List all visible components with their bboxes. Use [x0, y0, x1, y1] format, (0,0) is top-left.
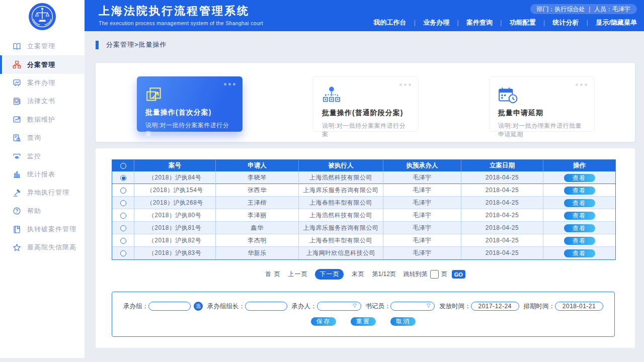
- more-dots-icon: [576, 83, 587, 86]
- row-radio[interactable]: [120, 175, 126, 181]
- save-button[interactable]: 保存: [311, 317, 336, 326]
- schedule-date-picker[interactable]: 2018-01-21: [555, 302, 603, 311]
- view-button[interactable]: 查看: [564, 212, 595, 220]
- nav-function-config[interactable]: 功能配置: [510, 18, 536, 27]
- sidebar-item-statistics-reports[interactable]: 统计报表: [0, 165, 85, 184]
- bar-chart-icon: [13, 170, 22, 179]
- cell-applicant: 李泽丽: [216, 209, 299, 222]
- cell-filing-date: 2018-04-25: [461, 171, 543, 184]
- view-button[interactable]: 查看: [564, 187, 595, 195]
- view-button[interactable]: 查看: [564, 237, 595, 245]
- cell-filing-date: 2018-04-25: [461, 247, 543, 259]
- nav-my-workbench[interactable]: 我的工作台: [374, 18, 407, 27]
- sidebar-item-supreme-court-dishonest[interactable]: 最高院失信限高: [0, 238, 85, 256]
- cancel-button[interactable]: 取消: [390, 317, 416, 326]
- row-radio[interactable]: [120, 200, 126, 206]
- cell-case-no: （2018）沪执82号: [134, 234, 216, 247]
- sidebar-item-monitoring[interactable]: 监控: [0, 147, 85, 165]
- nav-statistics-analysis[interactable]: 统计分析: [553, 18, 579, 27]
- nav-business-handling[interactable]: 业务办理: [423, 18, 449, 27]
- issue-date-label: 发放时间：: [439, 302, 471, 311]
- monitor-icon: [13, 78, 22, 87]
- sidebar-item-query[interactable]: 查询: [0, 129, 85, 147]
- card-batch-first-assignment[interactable]: 批量操作(首次分案) 说明:对一批待分案案件进行分案: [137, 76, 243, 132]
- cell-respondent: 上海春熙丰型有限公司: [299, 234, 383, 247]
- field-handler-group: 承办组： 选: [123, 302, 203, 311]
- row-radio[interactable]: [120, 238, 126, 244]
- row-radio[interactable]: [120, 225, 126, 231]
- card-title: 批量操作(首次分案): [145, 108, 234, 117]
- table-row: （2018）沪执82号 李杰明 上海春熙丰型有限公司 毛泽宇 2018-04-2…: [112, 234, 615, 247]
- cell-applicant: 李杰明: [216, 234, 299, 247]
- cell-handler: 毛泽宇: [383, 222, 461, 234]
- sidebar-item-bankruptcy-cases[interactable]: 执转破案件管理: [0, 220, 85, 238]
- pagination-prev[interactable]: 上一页: [288, 270, 307, 279]
- cell-applicant: 王泽楷: [216, 197, 299, 209]
- handler-group-input[interactable]: [148, 302, 191, 311]
- pagination-last[interactable]: 末页: [351, 270, 364, 279]
- cell-handler: 毛泽宇: [383, 209, 461, 222]
- view-button[interactable]: 查看: [564, 199, 595, 207]
- sidebar-item-case-handling[interactable]: 案件办理: [0, 74, 85, 92]
- cell-respondent: 上海浩然科技有限公司: [299, 171, 383, 184]
- sidebar-item-remote-execution[interactable]: 异地执行管理: [0, 184, 85, 202]
- card-batch-stage-assignment[interactable]: 批量操作(普通阶段分案) 说明:对一批待分案案件进行分案: [313, 76, 419, 132]
- card-description: 说明:对一批办理案件进行批量申请延期: [498, 122, 586, 139]
- top-header: 上海法院执行流程管理系统 The execution process manag…: [85, 0, 644, 31]
- batch-operation-cards-panel: 批量操作(首次分案) 说明:对一批待分案案件进行分案 批量操作(普通阶段分案) …: [96, 63, 635, 142]
- sidebar: 立案管理 分案管理 案件办理 法律文书: [0, 0, 85, 358]
- jump-prefix-label: 跳转到第: [404, 270, 428, 279]
- nav-show-hide-menu[interactable]: 显示/隐藏菜单: [596, 18, 637, 27]
- row-radio[interactable]: [120, 188, 126, 194]
- pagination-next[interactable]: 下一页: [315, 269, 344, 280]
- brand: 上海法院执行流程管理系统 The execution process manag…: [99, 4, 263, 26]
- handler-group-label: 承办组：: [123, 302, 148, 311]
- sidebar-item-help[interactable]: 帮助: [0, 202, 85, 220]
- field-issue-date: 发放时间： 2017-12-24: [439, 302, 519, 311]
- pagination-first[interactable]: 首 页: [265, 270, 280, 279]
- table-row: （2018）沪执154号 张西华 上海席乐服务咨询有限公司 毛泽宇 2018-0…: [112, 184, 615, 197]
- table-row: （2018）沪执83号 华新乐 上海网叶欣信息科技公司 毛泽宇 2018-04-…: [112, 247, 615, 259]
- sidebar-nav: 立案管理 分案管理 案件办理 法律文书: [0, 37, 85, 257]
- more-dots-icon: [224, 83, 235, 85]
- top-nav: 我的工作台 ｜ 业务办理 ｜ 案件查询 ｜ 功能配置 ｜ 统计分析 ｜ 显示/隐…: [374, 18, 637, 27]
- export-squares-icon: [145, 83, 234, 104]
- select-all-radio[interactable]: [120, 163, 126, 169]
- row-radio[interactable]: [120, 250, 126, 256]
- cell-filing-date: 2018-04-25: [461, 209, 543, 222]
- cell-handler: 毛泽宇: [383, 171, 461, 184]
- view-button[interactable]: 查看: [564, 249, 595, 257]
- search-document-icon: [13, 133, 22, 142]
- field-handler: 承办人： ▽: [292, 302, 361, 311]
- dropdown-arrow-icon: ▽: [427, 303, 431, 308]
- nav-case-query[interactable]: 案件查询: [466, 18, 493, 27]
- pick-group-button[interactable]: 选: [194, 302, 203, 311]
- group-leader-input[interactable]: [245, 302, 287, 311]
- user-department-badge: 部门：执行综合处 ｜ 人员：毛泽宇: [530, 4, 637, 14]
- assignment-form: 承办组： 选 承办组组长： 承办人： ▽ 书记员：: [112, 292, 615, 337]
- field-group-leader: 承办组组长：: [207, 302, 287, 311]
- sidebar-item-case-filing[interactable]: 立案管理: [0, 37, 85, 55]
- card-title: 批量申请延期: [498, 109, 586, 118]
- view-button[interactable]: 查看: [564, 174, 595, 182]
- column-header-case-no: 案号: [134, 160, 216, 171]
- card-description: 说明:对一批待分案案件进行分案: [322, 122, 410, 139]
- sidebar-item-case-assignment[interactable]: 分案管理: [0, 55, 85, 73]
- issue-date-picker[interactable]: 2017-12-24: [471, 302, 519, 311]
- clerk-select[interactable]: ▽: [390, 302, 435, 311]
- jump-page-input[interactable]: [430, 270, 439, 279]
- cell-handler: 毛泽宇: [383, 234, 461, 247]
- cell-case-no: （2018）沪执80号: [134, 209, 216, 222]
- sidebar-item-legal-documents[interactable]: 法律文书: [0, 92, 85, 110]
- book-icon: [13, 42, 22, 51]
- cell-case-no: （2018）沪执268号: [134, 197, 216, 209]
- go-button[interactable]: GO: [452, 270, 465, 279]
- view-button[interactable]: 查看: [564, 224, 595, 232]
- reset-button[interactable]: 重置: [351, 317, 376, 326]
- app-subtitle: The execution process management system …: [99, 20, 263, 26]
- table-row: （2018）沪执80号 李泽丽 上海浩然科技有限公司 毛泽宇 2018-04-2…: [112, 209, 615, 222]
- card-batch-extension-request[interactable]: 批量申请延期 说明:对一批办理案件进行批量申请延期: [489, 76, 595, 132]
- sidebar-item-data-maintenance[interactable]: 数据维护: [0, 111, 85, 129]
- handler-select[interactable]: ▽: [317, 302, 361, 311]
- row-radio[interactable]: [120, 213, 126, 219]
